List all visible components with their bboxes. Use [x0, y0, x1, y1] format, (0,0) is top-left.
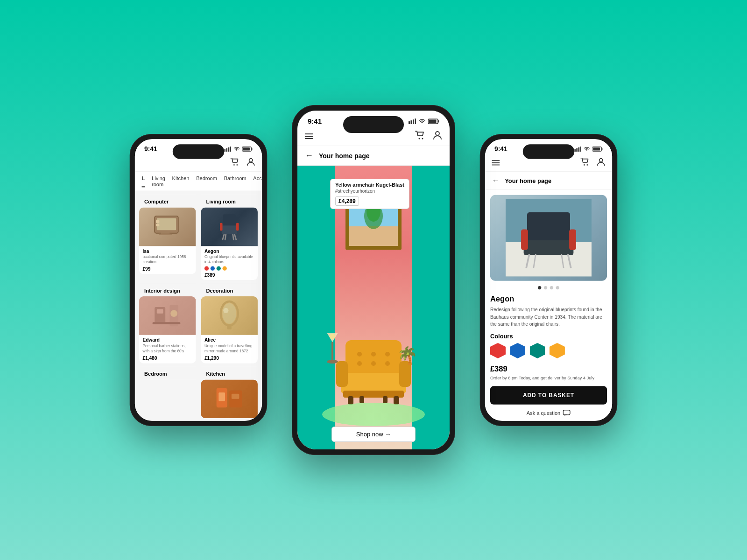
right-person-icon[interactable]: [597, 158, 605, 168]
center-back-arrow[interactable]: ←: [305, 151, 313, 161]
right-cart-icon[interactable]: [580, 158, 590, 168]
kitchen-illustration: [212, 382, 247, 416]
right-dots-indicator: [490, 286, 607, 289]
section-interior: Interior design: [135, 282, 198, 365]
swatch-red[interactable]: [490, 343, 506, 358]
right-phone-screen: 9:41: [485, 139, 612, 421]
svg-rect-70: [576, 148, 578, 151]
svg-rect-39: [413, 119, 414, 124]
right-product-detail: Aegon Redesign following the original bl…: [485, 190, 612, 421]
svg-line-21: [233, 234, 234, 240]
cat-tab-acc[interactable]: Acc...: [253, 175, 262, 188]
center-hamburger[interactable]: [305, 133, 313, 139]
product-kitchen[interactable]: [201, 379, 258, 418]
left-person-icon[interactable]: [247, 158, 255, 168]
section-living-title: Living room: [201, 195, 258, 208]
product-edward[interactable]: Edward Personal barber stations, with a …: [139, 296, 196, 363]
svg-point-59: [357, 352, 362, 357]
cat-tab-living[interactable]: Living room: [152, 175, 165, 188]
svg-rect-35: [218, 392, 225, 401]
section-decoration: Decoration Alice: [198, 282, 262, 365]
right-product-desc: Redesign following the original blueprin…: [490, 306, 607, 328]
center-nav-icons[interactable]: [415, 131, 442, 142]
svg-rect-42: [438, 120, 439, 122]
svg-line-19: [234, 234, 236, 240]
section-kitchen-title: Kitchen: [201, 367, 258, 380]
svg-point-27: [170, 310, 177, 317]
svg-rect-6: [243, 147, 250, 150]
dot-3: [550, 286, 553, 289]
section-kitchen: Kitchen: [198, 365, 262, 420]
product-alice-desc: Unique model of a travelling mirror made…: [204, 344, 254, 354]
right-battery-icon: [592, 146, 603, 151]
dynamic-island-right: [523, 144, 574, 159]
center-hero-content: 🌴 Yellow armchair Kugel-Blast #strechyou…: [297, 166, 450, 449]
center-phone: 9:41: [292, 105, 455, 455]
product-edward-info: Edward Personal barber stations, with a …: [139, 335, 196, 363]
swatch-teal[interactable]: [530, 343, 545, 358]
right-page-title-bar: ← Your home page: [485, 172, 612, 190]
product-aegon-price: £389: [204, 273, 254, 278]
left-phone: 9:41: [130, 134, 267, 426]
svg-point-77: [586, 164, 588, 166]
message-icon: [563, 409, 571, 416]
center-phone-screen: 9:41: [297, 111, 450, 449]
swatch-blue[interactable]: [510, 343, 525, 358]
center-shop-now-btn[interactable]: Shop now →: [331, 427, 416, 442]
svg-rect-74: [602, 148, 603, 150]
color-dot-blue: [211, 266, 215, 271]
svg-line-20: [225, 234, 226, 240]
cat-tab-kitchen[interactable]: Kitchen: [172, 175, 190, 188]
frame-picture-svg: [349, 207, 398, 246]
right-hamburger[interactable]: [492, 160, 500, 165]
center-cart-icon[interactable]: [415, 131, 425, 142]
left-nav-icons[interactable]: [230, 158, 255, 168]
right-status-icons: [574, 146, 603, 151]
center-status-icons: [409, 119, 439, 124]
svg-rect-31: [227, 324, 232, 329]
add-to-basket-button[interactable]: ADD TO BASKET: [490, 386, 607, 405]
svg-rect-48: [349, 226, 398, 246]
aegon-chair-illustration: [217, 210, 242, 243]
svg-point-62: [357, 361, 362, 366]
cat-tab-bedroom[interactable]: Bedroom: [196, 175, 217, 188]
left-cart-icon[interactable]: [230, 158, 240, 168]
svg-point-63: [371, 361, 376, 366]
hero-frame-picture: [345, 203, 402, 250]
product-aegon-image: [201, 208, 258, 246]
right-ask-question[interactable]: Ask a question: [490, 409, 607, 416]
product-aegon-info: Aegon Original blueprints, available in …: [201, 246, 258, 280]
product-aegon-name: Aegon: [204, 249, 254, 254]
product-isa[interactable]: isa ucational computer/ 1958 creation £9…: [139, 208, 196, 274]
right-back-arrow[interactable]: ←: [492, 176, 500, 185]
hero-stripe-left: [297, 166, 335, 449]
right-colours-label: Colours: [490, 333, 607, 340]
center-product-tag[interactable]: Yellow armchair Kugel-Blast #strechyourh…: [330, 179, 409, 209]
svg-rect-28: [153, 322, 181, 325]
section-bedroom-title: Bedroom: [139, 367, 196, 380]
right-nav-icons[interactable]: [580, 158, 605, 168]
svg-point-45: [422, 138, 423, 140]
cat-tab-bathroom[interactable]: Bathroom: [224, 175, 247, 188]
left-category-tabs[interactable]: L Living room Kitchen Bedroom Bathroom A…: [135, 172, 262, 191]
svg-rect-36: [232, 394, 240, 399]
color-dot-teal: [217, 266, 221, 271]
swatch-yellow[interactable]: [550, 343, 565, 358]
product-alice[interactable]: Alice Unique model of a travelling mirro…: [201, 296, 258, 363]
product-aegon-left[interactable]: Aegon Original blueprints, available in …: [201, 208, 258, 280]
right-product-detail-img: [490, 195, 607, 281]
right-detail-price: £389: [490, 364, 607, 373]
product-alice-image: [201, 296, 258, 335]
center-person-icon[interactable]: [433, 131, 442, 142]
svg-rect-23: [236, 223, 239, 231]
svg-rect-16: [223, 214, 236, 226]
right-colour-swatches: [490, 343, 607, 358]
dynamic-island-center: [343, 116, 404, 133]
svg-point-64: [385, 361, 390, 366]
hero-armchair: [331, 331, 416, 407]
svg-rect-68: [383, 396, 388, 403]
cat-tab-l[interactable]: L: [142, 175, 145, 188]
svg-line-18: [223, 234, 225, 240]
svg-point-7: [233, 164, 235, 166]
svg-rect-11: [157, 218, 176, 231]
